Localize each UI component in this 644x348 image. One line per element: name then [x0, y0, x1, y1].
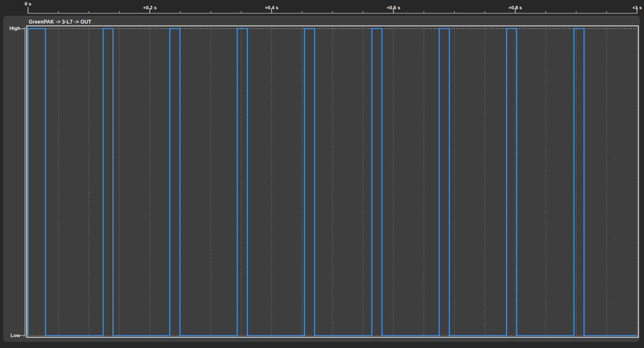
- ruler-tick-label: +1 s: [632, 5, 642, 10]
- level-label-low: Low: [0, 333, 20, 338]
- ruler-tick-label: +0.6 s: [387, 5, 400, 10]
- ruler-tick-label: +0.4 s: [265, 5, 278, 10]
- signal-title: GreenPAK -> 3-L7 -> OUT: [29, 19, 91, 25]
- ruler-tick-label: +0.8 s: [508, 5, 522, 10]
- ruler-tick-label: +0.2 s: [143, 5, 157, 10]
- ruler-tick-label: 0 s: [25, 1, 32, 6]
- level-label-high: High: [0, 26, 20, 31]
- waveform-plot-area[interactable]: [27, 26, 638, 337]
